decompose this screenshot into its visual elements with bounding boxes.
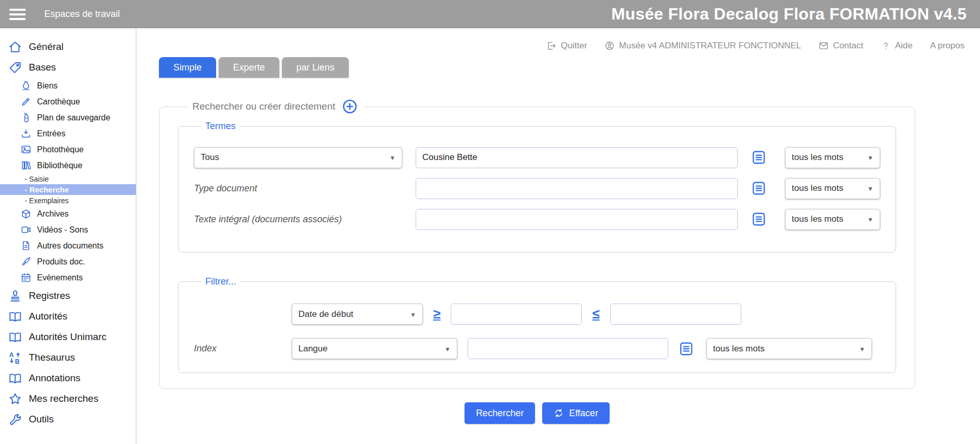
sidebar-item-label: - Recherche xyxy=(25,185,69,194)
type-document-input[interactable] xyxy=(416,178,738,199)
star-icon xyxy=(8,392,22,406)
index-label: Index xyxy=(194,343,281,354)
search-button[interactable]: Rechercher xyxy=(465,402,535,424)
sidebar-item-label: Thesaurus xyxy=(29,352,75,363)
index-list-button[interactable] xyxy=(751,149,769,166)
index-field-select[interactable]: Langue xyxy=(292,338,457,359)
sidebar-item-label: Autorités Unimarc xyxy=(29,331,106,343)
termes-legend: Termes xyxy=(201,121,240,132)
plus-circle-icon xyxy=(342,98,358,115)
sidebar-item-videos-sons[interactable]: Vidéos - Sons xyxy=(0,222,136,238)
chevron-down-icon xyxy=(862,152,874,163)
term-row: Tous tous les mots xyxy=(194,146,880,169)
sidebar-item-bibliotheque[interactable]: Bibliothèque xyxy=(0,157,136,173)
sort-alpha-icon xyxy=(8,351,22,365)
sidebar-item-label: Autres documents xyxy=(37,241,103,251)
search-panel: Rechercher ou créer directement Termes T… xyxy=(159,98,915,389)
app-title: Musée Flora Decalog Flora FORMATION v4.5 xyxy=(611,5,967,24)
search-tabs: Simple Experte par Liens xyxy=(159,57,980,78)
question-mark-icon xyxy=(881,41,891,51)
sidebar-item-outils[interactable]: Outils xyxy=(0,409,136,430)
about-label: A propos xyxy=(930,41,965,51)
sidebar-item-carotheque[interactable]: Carothèque xyxy=(0,94,136,110)
sidebar-item-label: Général xyxy=(29,41,64,52)
sidebar-item-archives[interactable]: Archives xyxy=(0,206,136,222)
date-from-input[interactable] xyxy=(451,304,582,325)
field-select[interactable]: Tous xyxy=(194,147,402,168)
sidebar-item-autorites-unimarc[interactable]: Autorités Unimarc xyxy=(0,327,136,347)
clear-button[interactable]: Effacer xyxy=(542,402,610,424)
user-toolbar: Quitter Musée v4 ADMINISTRATEUR FONCTION… xyxy=(136,28,980,52)
sidebar-item-thesaurus[interactable]: Thesaurus xyxy=(0,347,136,368)
sidebar-item-bases[interactable]: Bases xyxy=(0,57,136,78)
termes-fieldset: Termes Tous tous les mots xyxy=(178,121,896,253)
chevron-down-icon xyxy=(862,183,874,193)
mode-select[interactable]: tous les mots xyxy=(785,178,880,199)
index-list-icon xyxy=(751,181,767,196)
sidebar-item-phototheque[interactable]: Photothèque xyxy=(0,141,136,157)
sidebar-item-annotations[interactable]: Annotations xyxy=(0,368,136,388)
search-button-label: Rechercher xyxy=(476,408,524,419)
tab-experte[interactable]: Experte xyxy=(219,57,279,78)
tag-icon xyxy=(8,61,22,75)
sidebar-item-saisie[interactable]: - Saisie xyxy=(0,173,136,184)
date-to-input[interactable] xyxy=(610,304,741,325)
field-select-value: Tous xyxy=(201,152,219,163)
sidebar-item-autres-documents[interactable]: Autres documents xyxy=(0,238,136,254)
current-user[interactable]: Musée v4 ADMINISTRATEUR FONCTIONNEL xyxy=(604,41,801,51)
sidebar-item-entrees[interactable]: Entrées xyxy=(0,126,136,141)
texte-integral-input[interactable] xyxy=(416,209,738,230)
chevron-down-icon xyxy=(439,344,451,354)
mode-select[interactable]: tous les mots xyxy=(785,147,880,168)
sidebar-item-evenements[interactable]: Evènements xyxy=(0,270,136,286)
sidebar-item-general[interactable]: Général xyxy=(0,37,136,57)
chevron-down-icon xyxy=(854,344,865,354)
help-button[interactable]: Aide xyxy=(881,41,913,51)
help-label: Aide xyxy=(895,41,913,51)
artifact-icon xyxy=(21,80,31,91)
index-input[interactable] xyxy=(468,338,668,359)
contact-button[interactable]: Contact xyxy=(818,41,863,51)
sidebar-item-label: - Exemplaires xyxy=(25,197,69,205)
index-list-button[interactable] xyxy=(679,340,696,358)
term-input[interactable] xyxy=(416,147,738,168)
sidebar-item-autorites[interactable]: Autorités xyxy=(0,306,136,327)
sidebar-item-label: Evènements xyxy=(37,273,83,282)
sidebar-item-label: Produits doc. xyxy=(37,257,85,267)
sidebar-item-biens[interactable]: Biens xyxy=(0,78,136,94)
sidebar-item-mes-recherches[interactable]: Mes recherches xyxy=(0,388,136,409)
mode-select-value: tous les mots xyxy=(792,152,843,163)
index-mode-select[interactable]: tous les mots xyxy=(706,338,872,359)
sidebar-item-label: Plan de sauvegarde xyxy=(37,113,110,122)
inbox-arrow-icon xyxy=(21,128,31,139)
sidebar-item-plan-de-sauvegarde[interactable]: Plan de sauvegarde xyxy=(0,110,136,126)
term-row: Texte intégral (documents associés) tous… xyxy=(194,208,880,230)
sidebar-item-recherche[interactable]: - Recherche xyxy=(0,184,136,195)
less-equal-symbol: ≤ xyxy=(592,306,599,322)
sidebar-item-exemplaires[interactable]: - Exemplaires xyxy=(0,195,136,206)
quit-button[interactable]: Quitter xyxy=(546,41,587,51)
sidebar-item-label: Entrées xyxy=(37,129,65,138)
sidebar-item-registres[interactable]: Registres xyxy=(0,286,136,306)
action-bar: Rechercher Effacer xyxy=(159,402,915,424)
sidebar-item-produits-doc[interactable]: Produits doc. xyxy=(0,254,136,270)
index-list-button[interactable] xyxy=(751,210,769,228)
add-button[interactable] xyxy=(342,98,358,115)
sidebar-item-label: Biens xyxy=(37,81,58,91)
calendar-icon xyxy=(21,272,31,283)
sidebar-item-label: Carothèque xyxy=(37,97,80,106)
books-icon xyxy=(21,160,31,171)
date-filter-row: Date de début ≥ ≤ xyxy=(194,304,880,325)
contact-label: Contact xyxy=(833,41,863,51)
tab-par-liens[interactable]: par Liens xyxy=(282,57,349,78)
menu-button[interactable] xyxy=(0,6,26,23)
mode-select[interactable]: tous les mots xyxy=(785,209,880,230)
sidebar-item-label: - Saisie xyxy=(25,175,49,183)
index-list-icon xyxy=(679,341,694,357)
open-book-icon xyxy=(8,310,22,324)
index-filter-row: Index Langue tous les mots xyxy=(194,338,880,359)
date-field-select[interactable]: Date de début xyxy=(292,304,423,325)
index-list-button[interactable] xyxy=(751,180,769,197)
about-button[interactable]: A propos xyxy=(930,41,965,51)
tab-simple[interactable]: Simple xyxy=(159,57,216,78)
